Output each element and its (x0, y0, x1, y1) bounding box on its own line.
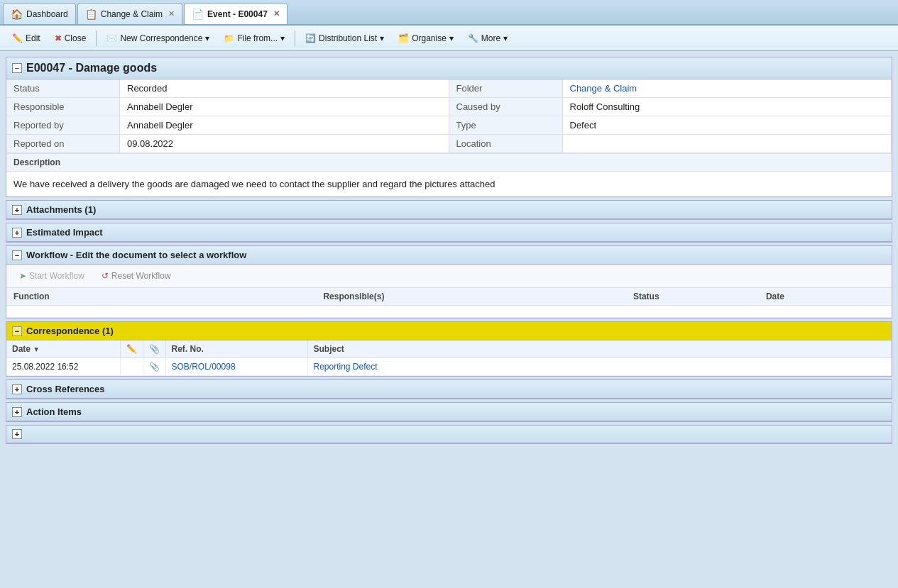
new-correspondence-button[interactable]: ✉️ New Correspondence ▾ (100, 30, 216, 46)
edit-icon: ✏️ (12, 33, 23, 43)
bottom-section-toggle[interactable]: + (12, 429, 22, 439)
edit-col-icon: ✏️ (126, 344, 137, 354)
date-sort-icon: ▼ (33, 345, 40, 353)
distribution-list-label: Distribution List (319, 33, 377, 43)
workflow-section: − Workflow - Edit the document to select… (6, 245, 892, 318)
estimated-impact-section: + Estimated Impact (6, 223, 892, 243)
corr-ref-no[interactable]: SOB/ROL/00098 (165, 358, 307, 376)
start-workflow-button[interactable]: ➤ Start Workflow (13, 269, 90, 283)
new-correspondence-label: New Correspondence (120, 33, 202, 43)
reset-workflow-label: Reset Workflow (111, 271, 171, 281)
responsible-value: Annabell Degler (120, 98, 449, 116)
location-value (563, 135, 892, 153)
file-from-button[interactable]: 📁 File from... ▾ (217, 30, 291, 46)
status-label: Status (6, 79, 120, 98)
caused-by-label: Caused by (449, 98, 563, 116)
reset-workflow-button[interactable]: ↺ Reset Workflow (96, 269, 177, 283)
tab-dashboard-label: Dashboard (26, 9, 68, 19)
tab-event[interactable]: 📄 Event - E00047 ✕ (184, 3, 288, 24)
attachments-section: + Attachments (1) (6, 200, 892, 220)
correspondence-header: − Correspondence (1) (6, 322, 892, 340)
location-label: Location (449, 135, 563, 153)
wf-col-responsible: Responsible(s) (316, 288, 625, 306)
event-collapse-toggle[interactable]: − (12, 63, 22, 73)
close-button[interactable]: ✖ Close (48, 30, 93, 46)
action-items-section: + Action Items (6, 402, 892, 422)
dashboard-icon: 🏠 (11, 9, 23, 20)
tab-event-close[interactable]: ✕ (273, 9, 280, 18)
event-title: E00047 - Damage goods (26, 62, 157, 74)
more-arrow: ▾ (503, 33, 508, 43)
correspondence-table: Date ▼ ✏️ 📎 Ref. No. Subject 25.08.2022 … (6, 340, 892, 376)
type-value: Defect (563, 116, 892, 135)
file-from-icon: 📁 (224, 33, 234, 43)
more-button[interactable]: 🔧 More ▾ (461, 30, 514, 46)
corr-edit-cell (120, 358, 143, 376)
folder-label: Folder (449, 79, 563, 98)
tab-dashboard[interactable]: 🏠 Dashboard (3, 3, 76, 24)
toolbar: ✏️ Edit ✖ Close ✉️ New Correspondence ▾ … (0, 26, 898, 51)
start-workflow-label: Start Workflow (29, 271, 84, 281)
responsible-label: Responsible (6, 98, 120, 116)
action-items-toggle[interactable]: + (12, 407, 22, 417)
description-section: Description We have received a delivery … (6, 154, 892, 196)
tab-change-claim-label: Change & Claim (101, 9, 163, 19)
corr-attach-cell[interactable]: 📎 (143, 358, 165, 376)
reported-on-label: Reported on (6, 135, 120, 153)
folder-value[interactable]: Change & Claim (563, 79, 892, 98)
organise-button[interactable]: 🗂️ Organise ▾ (392, 30, 460, 46)
distribution-list-button[interactable]: 🔄 Distribution List ▾ (299, 30, 390, 46)
new-correspondence-icon: ✉️ (106, 33, 117, 43)
description-body: We have received a delivery the goods ar… (6, 172, 892, 196)
more-label: More (481, 33, 500, 43)
attachments-label: Attachments (1) (26, 204, 96, 215)
estimated-impact-toggle[interactable]: + (12, 228, 22, 238)
event-info-grid: Status Recorded Folder Change & Claim Re… (6, 79, 892, 154)
caused-by-value: Roloff Consulting (563, 98, 892, 116)
start-workflow-icon: ➤ (19, 271, 26, 281)
distribution-list-icon: 🔄 (305, 33, 316, 43)
more-icon: 🔧 (468, 33, 478, 43)
event-icon: 📄 (192, 9, 204, 20)
corr-col-attach: 📎 (143, 340, 165, 358)
workflow-table: Function Responsible(s) Status Date (6, 288, 892, 318)
corr-col-edit: ✏️ (120, 340, 143, 358)
reset-workflow-icon: ↺ (102, 271, 109, 281)
file-from-arrow: ▾ (280, 33, 285, 43)
attachments-toggle[interactable]: + (12, 205, 22, 215)
workflow-toggle[interactable]: − (12, 250, 22, 260)
description-header: Description (6, 154, 892, 172)
tab-bar: 🏠 Dashboard 📋 Change & Claim ✕ 📄 Event -… (0, 0, 898, 26)
bottom-section-header: + (6, 426, 892, 443)
cross-references-toggle[interactable]: + (12, 384, 22, 394)
workflow-toolbar: ➤ Start Workflow ↺ Reset Workflow (6, 265, 892, 288)
workflow-label: Workflow - Edit the document to select a… (26, 250, 246, 260)
workflow-header: − Workflow - Edit the document to select… (6, 246, 892, 265)
cross-references-label: Cross References (26, 384, 105, 394)
close-label: Close (65, 33, 87, 43)
change-claim-icon: 📋 (85, 9, 97, 20)
status-value: Recorded (120, 79, 449, 98)
edit-label: Edit (26, 33, 40, 43)
edit-button[interactable]: ✏️ Edit (6, 30, 47, 46)
correspondence-label: Correspondence (1) (26, 326, 114, 336)
tab-change-claim-close[interactable]: ✕ (168, 9, 175, 18)
corr-date: 25.08.2022 16:52 (6, 358, 120, 376)
corr-col-ref: Ref. No. (165, 340, 307, 358)
workflow-empty-row (6, 306, 892, 318)
new-correspondence-arrow: ▾ (205, 33, 209, 43)
corr-subject[interactable]: Reporting Defect (307, 358, 892, 376)
wf-col-function: Function (6, 288, 316, 306)
tab-event-label: Event - E00047 (207, 9, 268, 19)
wf-col-status: Status (626, 288, 759, 306)
correspondence-toggle[interactable]: − (12, 326, 22, 336)
organise-icon: 🗂️ (398, 33, 409, 43)
cross-references-section: + Cross References (6, 379, 892, 399)
organise-label: Organise (412, 33, 447, 43)
reported-by-label: Reported by (6, 116, 120, 135)
attach-col-icon: 📎 (149, 344, 160, 354)
type-label: Type (449, 116, 563, 135)
estimated-impact-header: + Estimated Impact (6, 223, 892, 242)
tab-change-claim[interactable]: 📋 Change & Claim ✕ (77, 3, 182, 24)
cross-references-header: + Cross References (6, 380, 892, 399)
